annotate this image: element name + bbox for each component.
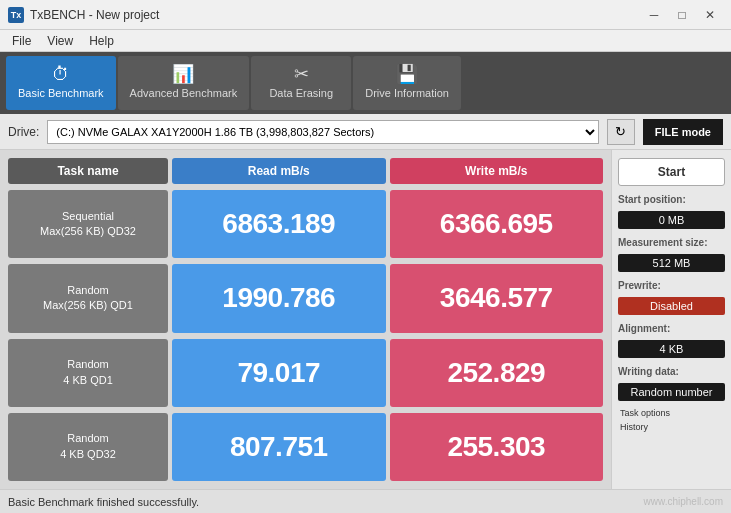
app-icon: Tx [8, 7, 24, 23]
writing-data-value: Random number [618, 383, 725, 401]
refresh-icon: ↻ [615, 124, 626, 139]
drive-label: Drive: [8, 125, 39, 139]
menu-bar: File View Help [0, 30, 731, 52]
start-button[interactable]: Start [618, 158, 725, 186]
menu-view[interactable]: View [39, 32, 81, 50]
drive-row: Drive: (C:) NVMe GALAX XA1Y2000H 1.86 TB… [0, 114, 731, 150]
prewrite-value: Disabled [618, 297, 725, 315]
drive-information-label: Drive Information [365, 87, 449, 100]
drive-information-button[interactable]: 💾 Drive Information [353, 56, 461, 110]
task-options-item[interactable]: Task options [618, 407, 725, 419]
basic-benchmark-button[interactable]: ⏱ Basic Benchmark [6, 56, 116, 110]
write-random-4kb-qd32: 255.303 [390, 413, 604, 481]
start-position-label: Start position: [618, 194, 725, 205]
basic-benchmark-icon: ⏱ [52, 65, 70, 83]
task-options-group: Task options History [618, 407, 725, 433]
basic-benchmark-label: Basic Benchmark [18, 87, 104, 100]
prewrite-label: Prewrite: [618, 280, 725, 291]
table-row: RandomMax(256 KB) QD1 1990.786 3646.577 [8, 264, 603, 332]
alignment-label: Alignment: [618, 323, 725, 334]
writing-data-label: Writing data: [618, 366, 725, 377]
drive-information-icon: 💾 [396, 65, 418, 83]
data-erasing-icon: ✂ [294, 65, 309, 83]
maximize-button[interactable]: □ [669, 5, 695, 25]
header-write: Write mB/s [390, 158, 604, 184]
table-row: Random4 KB QD1 79.017 252.829 [8, 339, 603, 407]
header-read: Read mB/s [172, 158, 386, 184]
task-sequential-qd32: SequentialMax(256 KB) QD32 [8, 190, 168, 258]
file-mode-button[interactable]: FILE mode [643, 119, 723, 145]
title-bar: Tx TxBENCH - New project ─ □ ✕ [0, 0, 731, 30]
read-random-4kb-qd1: 79.017 [172, 339, 386, 407]
minimize-button[interactable]: ─ [641, 5, 667, 25]
read-sequential-qd32: 6863.189 [172, 190, 386, 258]
window-controls: ─ □ ✕ [641, 5, 723, 25]
status-bar: Basic Benchmark finished successfully. w… [0, 489, 731, 513]
measurement-size-label: Measurement size: [618, 237, 725, 248]
data-erasing-button[interactable]: ✂ Data Erasing [251, 56, 351, 110]
task-random-4kb-qd1: Random4 KB QD1 [8, 339, 168, 407]
task-random-256kb-qd1: RandomMax(256 KB) QD1 [8, 264, 168, 332]
close-button[interactable]: ✕ [697, 5, 723, 25]
read-random-4kb-qd32: 807.751 [172, 413, 386, 481]
watermark: www.chiphell.com [644, 496, 723, 507]
write-sequential-qd32: 6366.695 [390, 190, 604, 258]
alignment-value: 4 KB [618, 340, 725, 358]
data-erasing-label: Data Erasing [269, 87, 333, 100]
task-random-4kb-qd32: Random4 KB QD32 [8, 413, 168, 481]
table-row: Random4 KB QD32 807.751 255.303 [8, 413, 603, 481]
start-position-value: 0 MB [618, 211, 725, 229]
main-content: Task name Read mB/s Write mB/s Sequentia… [0, 150, 731, 489]
write-random-4kb-qd1: 252.829 [390, 339, 604, 407]
history-item[interactable]: History [618, 421, 725, 433]
window-title: TxBENCH - New project [30, 8, 159, 22]
table-header: Task name Read mB/s Write mB/s [8, 158, 603, 184]
advanced-benchmark-button[interactable]: 📊 Advanced Benchmark [118, 56, 250, 110]
sidebar: Start Start position: 0 MB Measurement s… [611, 150, 731, 489]
drive-refresh-button[interactable]: ↻ [607, 119, 635, 145]
toolbar: ⏱ Basic Benchmark 📊 Advanced Benchmark ✂… [0, 52, 731, 114]
drive-select[interactable]: (C:) NVMe GALAX XA1Y2000H 1.86 TB (3,998… [47, 120, 598, 144]
status-message: Basic Benchmark finished successfully. [8, 496, 199, 508]
read-random-256kb-qd1: 1990.786 [172, 264, 386, 332]
advanced-benchmark-label: Advanced Benchmark [130, 87, 238, 100]
advanced-benchmark-icon: 📊 [172, 65, 194, 83]
measurement-size-value: 512 MB [618, 254, 725, 272]
table-row: SequentialMax(256 KB) QD32 6863.189 6366… [8, 190, 603, 258]
write-random-256kb-qd1: 3646.577 [390, 264, 604, 332]
menu-file[interactable]: File [4, 32, 39, 50]
benchmark-area: Task name Read mB/s Write mB/s Sequentia… [0, 150, 611, 489]
menu-help[interactable]: Help [81, 32, 122, 50]
header-task: Task name [8, 158, 168, 184]
